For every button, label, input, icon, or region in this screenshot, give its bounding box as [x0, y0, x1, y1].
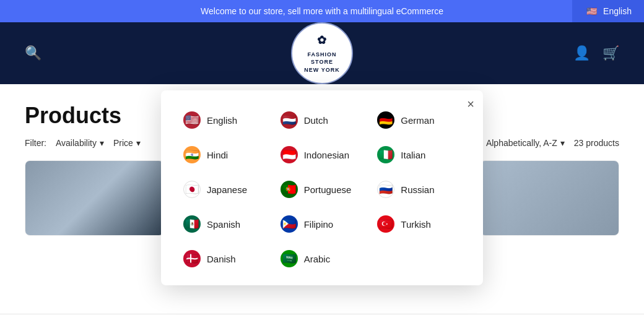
logo-line2: STORE [311, 58, 333, 66]
header-left: 🔍 [25, 45, 41, 61]
language-option-spanish[interactable]: 🇲🇽Spanish [180, 213, 271, 235]
italian-language-label: Italian [401, 150, 425, 160]
price-filter-label: Price [113, 138, 133, 148]
top-banner: Welcome to our store, sell more with a m… [0, 0, 644, 22]
site-logo: ✿ FASHION STORE NEW YORK [291, 22, 353, 84]
language-option-italian[interactable]: 🇮🇹Italian [373, 144, 464, 166]
danish-flag-icon: 🇩🇰 [183, 250, 201, 267]
language-option-turkish[interactable]: 🇹🇷Turkish [373, 213, 464, 235]
arabic-language-label: Arabic [304, 254, 331, 264]
spanish-language-label: Spanish [207, 219, 240, 230]
indonesian-language-label: Indonesian [304, 150, 349, 160]
product-card[interactable] [480, 160, 619, 236]
product-image-4 [481, 161, 619, 235]
russian-flag-icon: 🇷🇺 [377, 181, 394, 198]
banner-text: Welcome to our store, sell more with a m… [201, 6, 443, 16]
search-icon[interactable]: 🔍 [25, 45, 41, 61]
turkish-language-label: Turkish [401, 219, 431, 230]
hindi-language-label: Hindi [207, 150, 228, 160]
language-option-german[interactable]: 🇩🇪German [373, 109, 464, 131]
language-grid: 🇺🇸English🇳🇱Dutch🇩🇪German🇮🇳Hindi🇮🇩Indones… [180, 109, 464, 270]
availability-filter-button[interactable]: Availability ▾ [56, 138, 104, 148]
price-filter-button[interactable]: Price ▾ [113, 138, 141, 148]
sort-button[interactable]: Alphabetically, A-Z ▾ [486, 138, 565, 148]
italian-flag-icon: 🇮🇹 [377, 146, 394, 163]
german-language-label: German [401, 115, 434, 126]
logo-line3: NEW YORK [304, 66, 339, 74]
sort-label: Alphabetically, A-Z [486, 138, 557, 148]
cart-icon[interactable]: 🛒 [603, 45, 619, 61]
product-card[interactable] [25, 160, 164, 236]
spanish-flag-icon: 🇲🇽 [183, 215, 201, 233]
availability-chevron-icon: ▾ [100, 138, 104, 148]
header-right: 👤 🛒 [573, 45, 619, 61]
language-option-japanese[interactable]: 🇯🇵Japanese [180, 178, 271, 201]
english-flag-icon: 🇺🇸 [585, 4, 598, 18]
danish-language-label: Danish [207, 254, 236, 264]
turkish-flag-icon: 🇹🇷 [377, 215, 394, 233]
products-count: 23 products [574, 138, 619, 148]
sort-chevron-icon: ▾ [560, 138, 565, 148]
portuguese-language-label: Portuguese [304, 184, 352, 195]
filipino-flag-icon: 🇵🇭 [281, 215, 298, 233]
language-option-english[interactable]: 🇺🇸English [180, 109, 271, 131]
dutch-flag-icon: 🇳🇱 [281, 111, 298, 129]
language-option-russian[interactable]: 🇷🇺Russian [373, 178, 464, 201]
language-option-filipino[interactable]: 🇵🇭Filipino [277, 213, 368, 235]
site-header: 🔍 ✿ FASHION STORE NEW YORK 👤 🛒 [0, 22, 644, 84]
account-icon[interactable]: 👤 [573, 45, 590, 61]
main-content: × 🇺🇸English🇳🇱Dutch🇩🇪German🇮🇳Hindi🇮🇩Indon… [0, 84, 644, 313]
portuguese-flag-icon: 🇵🇹 [281, 181, 298, 198]
german-flag-icon: 🇩🇪 [377, 111, 394, 129]
language-button-label: English [603, 6, 632, 16]
availability-filter-label: Availability [56, 138, 97, 148]
logo-icon: ✿ [317, 33, 327, 48]
language-option-indonesian[interactable]: 🇮🇩Indonesian [277, 144, 368, 166]
sort-section: Alphabetically, A-Z ▾ 23 products [486, 138, 619, 148]
language-option-dutch[interactable]: 🇳🇱Dutch [277, 109, 368, 131]
english-flag-icon: 🇺🇸 [183, 111, 201, 129]
russian-language-label: Russian [401, 184, 434, 195]
japanese-language-label: Japanese [207, 184, 247, 195]
language-option-arabic[interactable]: 🇸🇦Arabic [277, 248, 368, 270]
language-modal: × 🇺🇸English🇳🇱Dutch🇩🇪German🇮🇳Hindi🇮🇩Indon… [161, 90, 483, 285]
dutch-language-label: Dutch [304, 115, 328, 126]
japanese-flag-icon: 🇯🇵 [183, 181, 201, 198]
logo-line1: FASHION [307, 51, 336, 59]
price-chevron-icon: ▾ [136, 138, 141, 148]
filipino-language-label: Filipino [304, 219, 334, 230]
hindi-flag-icon: 🇮🇳 [183, 146, 201, 163]
filter-label: Filter: [25, 138, 46, 148]
language-option-danish[interactable]: 🇩🇰Danish [180, 248, 271, 270]
language-option-portuguese[interactable]: 🇵🇹Portuguese [277, 178, 368, 201]
logo-container: ✿ FASHION STORE NEW YORK [291, 22, 353, 84]
english-language-label: English [207, 115, 237, 126]
indonesian-flag-icon: 🇮🇩 [281, 146, 298, 163]
language-selector-button[interactable]: 🇺🇸 English [572, 0, 644, 22]
modal-close-button[interactable]: × [467, 98, 474, 110]
product-image-1 [25, 161, 163, 235]
language-option-hindi[interactable]: 🇮🇳Hindi [180, 144, 271, 166]
arabic-flag-icon: 🇸🇦 [281, 250, 298, 267]
